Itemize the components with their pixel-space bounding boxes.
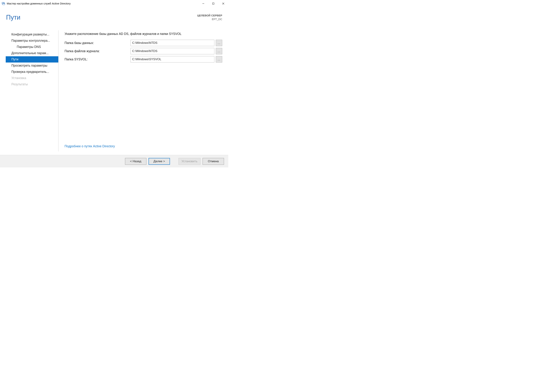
target-server-label: ЦЕЛЕВОЙ СЕРВЕР [197, 14, 222, 17]
log-browse-button[interactable]: ... [216, 48, 222, 54]
page-title: Пути [6, 10, 20, 21]
minimize-button[interactable] [198, 0, 208, 7]
log-folder-row: Папка файлов журнала: ... [65, 48, 222, 54]
install-button: Установить [178, 158, 201, 165]
help-link[interactable]: Подробнее о путях Active Directory [65, 145, 222, 148]
sidebar-item-paths[interactable]: Пути [6, 56, 58, 62]
app-icon [2, 2, 5, 5]
titlebar: Мастер настройки доменных служб Active D… [0, 0, 228, 7]
sidebar-item-installation: Установка [6, 75, 58, 81]
database-folder-input[interactable] [130, 40, 214, 46]
sidebar-item-deployment-config[interactable]: Конфигурация разверты... [6, 31, 58, 37]
body: Конфигурация разверты... Параметры контр… [0, 30, 228, 151]
sysvol-folder-row: Папка SYSVOL: ... [65, 56, 222, 62]
spacer [65, 64, 222, 145]
svg-rect-2 [3, 3, 5, 4]
sidebar-item-results: Результаты [6, 81, 58, 88]
log-folder-input[interactable] [130, 48, 214, 54]
database-folder-row: Папка базы данных: ... [65, 40, 222, 46]
sidebar-item-additional-options[interactable]: Дополнительные парам... [6, 50, 58, 56]
footer: < Назад Далее > Установить Отмена [0, 155, 228, 168]
sysvol-browse-button[interactable]: ... [216, 56, 222, 62]
log-folder-label: Папка файлов журнала: [65, 49, 130, 53]
close-button[interactable] [218, 0, 228, 7]
header: Пути ЦЕЛЕВОЙ СЕРВЕР EFT_DC [0, 7, 228, 30]
sysvol-folder-input[interactable] [130, 56, 214, 62]
target-server-name: EFT_DC [197, 17, 222, 21]
window-controls [198, 0, 228, 7]
sidebar-item-dc-options[interactable]: Параметры контроллера... [6, 37, 58, 44]
sysvol-folder-label: Папка SYSVOL: [65, 57, 130, 61]
svg-rect-4 [213, 3, 214, 4]
database-folder-label: Папка базы данных: [65, 41, 130, 45]
maximize-button[interactable] [208, 0, 218, 7]
target-server-info: ЦЕЛЕВОЙ СЕРВЕР EFT_DC [197, 10, 222, 21]
cancel-button[interactable]: Отмена [203, 158, 224, 165]
instruction-text: Укажите расположение базы данных AD DS, … [65, 32, 222, 36]
window-title: Мастер настройки доменных служб Active D… [7, 2, 198, 5]
wizard-sidebar: Конфигурация разверты... Параметры контр… [6, 30, 58, 151]
sidebar-item-prerequisites-check[interactable]: Проверка предваритель... [6, 69, 58, 75]
back-button[interactable]: < Назад [125, 158, 146, 165]
sidebar-item-review-options[interactable]: Просмотреть параметры [6, 62, 58, 69]
next-button[interactable]: Далее > [148, 158, 170, 165]
sidebar-item-dns-options[interactable]: Параметры DNS [6, 44, 58, 50]
database-browse-button[interactable]: ... [216, 40, 222, 46]
main-panel: Укажите расположение базы данных AD DS, … [58, 30, 228, 151]
